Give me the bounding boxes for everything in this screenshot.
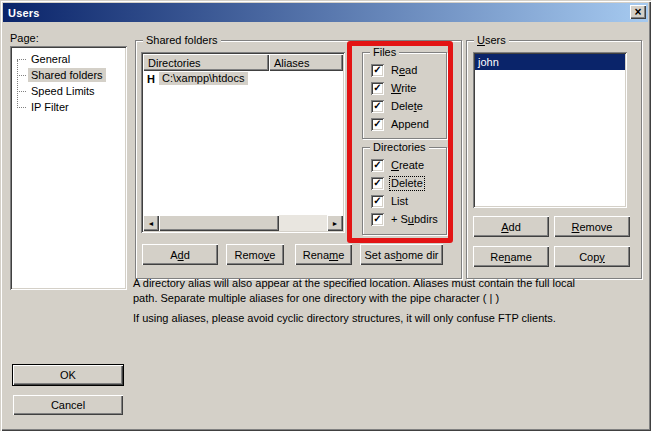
- shared-folders-group-label: Shared folders: [143, 34, 221, 47]
- checkbox-label: Write: [390, 82, 417, 95]
- checkbox-label: List: [390, 195, 409, 208]
- close-icon: ×: [634, 6, 641, 18]
- shared-add-button[interactable]: Add: [142, 244, 218, 265]
- checkbox-label: Read: [390, 64, 418, 77]
- checkmark-icon: ✓: [373, 196, 381, 206]
- sidebar-item-ip-filter[interactable]: IP Filter: [12, 99, 125, 115]
- users-add-button[interactable]: Add: [473, 216, 549, 237]
- cyclic-warning-text: If using aliases, please avoid cyclic di…: [133, 311, 648, 326]
- checkbox-subdirs[interactable]: ✓ + Subdirs: [371, 212, 439, 226]
- users-copy-button[interactable]: Copy: [554, 246, 630, 267]
- alias-info-text: A directory alias will also appear at th…: [133, 276, 648, 306]
- scroll-left-button[interactable]: ◄: [143, 215, 159, 231]
- sidebar-item-speed-limits[interactable]: Speed Limits: [12, 83, 125, 99]
- horizontal-scrollbar[interactable]: ◄ ►: [143, 215, 343, 231]
- checkmark-icon: ✓: [373, 214, 381, 224]
- shared-remove-button[interactable]: Remove: [226, 244, 284, 265]
- checkbox-label: Append: [390, 118, 430, 131]
- checkmark-icon: ✓: [373, 178, 381, 188]
- files-group: Files ✓ Read ✓ Write ✓ Delete ✓ Append: [362, 52, 447, 139]
- table-row[interactable]: H C:\xampp\htdocs: [143, 71, 343, 86]
- users-group-label: Users: [474, 34, 509, 47]
- checkbox-icon[interactable]: ✓: [371, 118, 384, 131]
- directories-group-label: Directories: [370, 141, 429, 154]
- column-header-aliases[interactable]: Aliases: [269, 54, 343, 71]
- checkbox-label-focused: Delete: [390, 177, 424, 190]
- checkbox-create[interactable]: ✓ Create: [371, 158, 425, 172]
- checkmark-icon: ✓: [373, 119, 381, 129]
- tree-dash-icon: [17, 75, 26, 76]
- sidebar-item-shared-folders[interactable]: Shared folders: [12, 67, 125, 83]
- checkbox-delete-files[interactable]: ✓ Delete: [371, 99, 424, 113]
- cancel-button[interactable]: Cancel: [13, 395, 123, 415]
- checkbox-label: Delete: [390, 100, 424, 113]
- page-label: Page:: [10, 32, 39, 44]
- sidebar-item-label: General: [28, 52, 73, 66]
- shared-folders-listview[interactable]: Directories Aliases H C:\xampp\htdocs ◄ …: [141, 52, 345, 233]
- checkbox-list[interactable]: ✓ List: [371, 194, 409, 208]
- sidebar-item-label: Speed Limits: [28, 84, 98, 98]
- shared-rename-button[interactable]: Rename: [295, 244, 352, 265]
- users-listbox[interactable]: john: [473, 52, 627, 208]
- checkbox-write[interactable]: ✓ Write: [371, 81, 417, 95]
- checkbox-label: + Subdirs: [390, 213, 439, 226]
- title-bar[interactable]: Users: [3, 3, 648, 22]
- tree-dash-icon: [17, 91, 26, 92]
- checkbox-label: Create: [390, 159, 425, 172]
- checkmark-icon: ✓: [373, 101, 381, 111]
- checkbox-icon[interactable]: ✓: [371, 100, 384, 113]
- checkbox-append[interactable]: ✓ Append: [371, 117, 430, 131]
- scrollbar-thumb[interactable]: [159, 215, 279, 231]
- directories-group: Directories ✓ Create ✓ Delete ✓ List ✓ +…: [362, 147, 447, 235]
- close-button[interactable]: ×: [630, 5, 646, 19]
- checkbox-read[interactable]: ✓ Read: [371, 63, 418, 77]
- files-group-label: Files: [370, 46, 399, 59]
- users-remove-button[interactable]: Remove: [554, 216, 630, 237]
- checkbox-delete-dirs[interactable]: ✓ Delete: [371, 176, 424, 190]
- checkbox-icon[interactable]: ✓: [371, 82, 384, 95]
- checkbox-icon[interactable]: ✓: [371, 159, 384, 172]
- sidebar-item-label-selected: Shared folders: [28, 68, 106, 82]
- checkbox-icon[interactable]: ✓: [371, 177, 384, 190]
- scroll-right-button[interactable]: ►: [327, 215, 343, 231]
- listview-header: Directories Aliases: [143, 54, 343, 71]
- window-title: Users: [3, 7, 40, 19]
- page-tree[interactable]: General Shared folders Speed Limits IP F…: [10, 46, 127, 290]
- list-item-user-selected[interactable]: john: [475, 54, 625, 70]
- arrow-left-icon: ◄: [148, 220, 155, 227]
- ok-button[interactable]: OK: [13, 365, 123, 385]
- column-header-directories[interactable]: Directories: [143, 54, 269, 71]
- checkbox-icon[interactable]: ✓: [371, 195, 384, 208]
- set-as-home-dir-button[interactable]: Set as home dir: [360, 244, 443, 265]
- checkmark-icon: ✓: [373, 83, 381, 93]
- home-flag: H: [147, 73, 155, 85]
- users-rename-button[interactable]: Rename: [473, 246, 549, 267]
- sidebar-item-general[interactable]: General: [12, 51, 125, 67]
- checkmark-icon: ✓: [373, 160, 381, 170]
- directory-path: C:\xampp\htdocs: [159, 72, 248, 85]
- tree-dash-icon: [17, 59, 26, 60]
- checkbox-icon[interactable]: ✓: [371, 64, 384, 77]
- arrow-right-icon: ►: [332, 220, 339, 227]
- checkbox-icon[interactable]: ✓: [371, 213, 384, 226]
- checkmark-icon: ✓: [373, 65, 381, 75]
- tree-dash-icon: [17, 107, 26, 108]
- sidebar-item-label: IP Filter: [28, 100, 72, 114]
